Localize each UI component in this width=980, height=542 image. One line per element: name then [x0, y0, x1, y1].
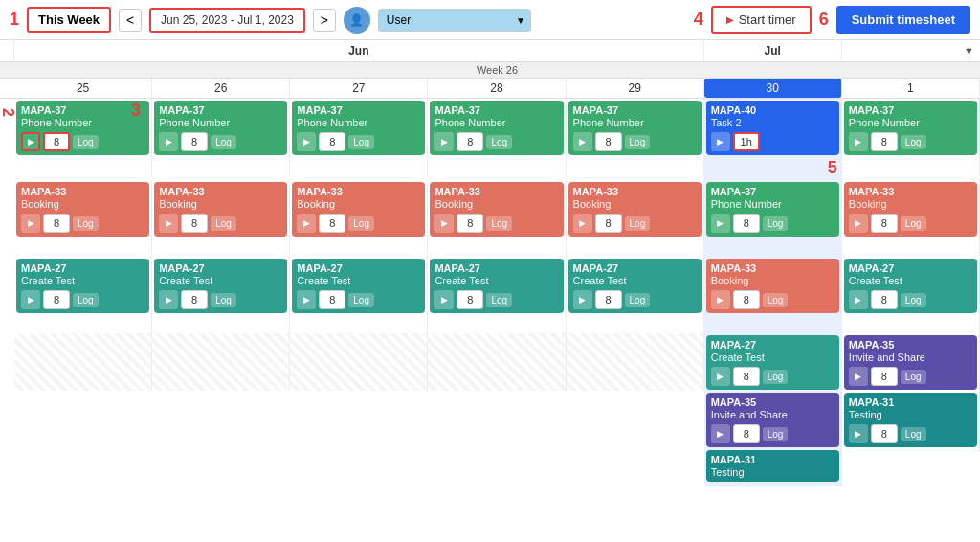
hours-input[interactable]: [733, 367, 760, 386]
play-button[interactable]: ▶: [849, 214, 868, 233]
log-button[interactable]: Log: [901, 216, 926, 231]
log-button[interactable]: Log: [625, 135, 651, 149]
task-controls: ▶ Log: [159, 132, 282, 151]
avatar: 👤: [344, 7, 370, 34]
log-button[interactable]: Log: [901, 293, 926, 307]
play-button[interactable]: ▶: [849, 367, 868, 386]
log-button[interactable]: Log: [625, 216, 651, 231]
hours-input[interactable]: [181, 214, 208, 233]
log-button[interactable]: Log: [211, 135, 236, 149]
hours-input[interactable]: [181, 132, 208, 151]
play-button[interactable]: ▶: [711, 290, 730, 309]
log-button[interactable]: Log: [73, 293, 99, 307]
play-button[interactable]: ▶: [434, 214, 454, 233]
hours-input[interactable]: [43, 214, 70, 233]
log-button[interactable]: Log: [625, 293, 651, 307]
hours-input[interactable]: [457, 214, 483, 233]
log-button[interactable]: Log: [486, 135, 512, 149]
day-col-29-r2: MAPA-33 Booking ▶ Log: [567, 180, 704, 257]
hours-input[interactable]: [871, 214, 898, 233]
hours-input[interactable]: [319, 132, 345, 151]
task-card-mapa33-25: MAPA-33 Booking ▶ Log: [16, 182, 149, 237]
play-button[interactable]: ▶: [159, 290, 178, 309]
prev-week-button[interactable]: <: [119, 9, 142, 32]
play-button[interactable]: ▶: [159, 214, 178, 233]
play-button[interactable]: ▶: [711, 214, 730, 233]
play-button[interactable]: ▶: [434, 132, 454, 151]
log-button[interactable]: Log: [901, 135, 926, 149]
hours-input[interactable]: [595, 214, 622, 233]
hours-input[interactable]: [43, 132, 70, 151]
this-week-button[interactable]: This Week: [27, 7, 111, 33]
play-button[interactable]: ▶: [573, 214, 592, 233]
hours-input[interactable]: [871, 290, 898, 309]
cal-grid: 2 MAPA-37 Phone Number ▶ Log 3 MAPA-37 P…: [0, 99, 980, 486]
task-controls: ▶ 1h: [711, 132, 835, 151]
log-button[interactable]: Log: [348, 293, 374, 307]
hours-input[interactable]: [319, 214, 345, 233]
task-id: MAPA-33: [711, 262, 835, 274]
hours-input[interactable]: [319, 290, 345, 309]
hours-input[interactable]: [457, 290, 483, 309]
log-button[interactable]: Log: [211, 293, 236, 307]
task-controls: ▶ Log: [849, 290, 972, 309]
play-button[interactable]: ▶: [711, 132, 730, 151]
task-card-mapa33-30: MAPA-33 Booking ▶ Log: [706, 259, 839, 313]
play-button[interactable]: ▶: [297, 132, 316, 151]
hours-input[interactable]: [457, 132, 483, 151]
task-id: MAPA-37: [297, 104, 420, 116]
hours-input[interactable]: [871, 424, 898, 443]
play-button[interactable]: ▶: [159, 132, 178, 151]
log-button[interactable]: Log: [348, 216, 374, 231]
log-button[interactable]: Log: [763, 427, 789, 441]
log-button[interactable]: Log: [73, 216, 99, 231]
log-button[interactable]: Log: [73, 135, 99, 149]
play-button[interactable]: ▶: [297, 214, 316, 233]
day-col-25-r2: MAPA-33 Booking ▶ Log: [14, 180, 152, 257]
play-button[interactable]: ▶: [849, 132, 868, 151]
hours-input[interactable]: [595, 290, 622, 309]
hours-input[interactable]: [871, 132, 898, 151]
play-button[interactable]: ▶: [711, 367, 730, 386]
log-button[interactable]: Log: [763, 370, 789, 384]
task-card-mapa33-1: MAPA-33 Booking ▶ Log: [844, 182, 977, 237]
hours-input[interactable]: [871, 367, 898, 386]
task-name: Phone Number: [21, 117, 145, 128]
top-bar: 1 This Week < Jun 25, 2023 - Jul 1, 2023…: [0, 0, 980, 40]
hours-input[interactable]: [595, 132, 622, 151]
month-row: Jun Jul ▼: [0, 40, 980, 62]
log-button[interactable]: Log: [901, 427, 926, 441]
task-card-mapa27-26: MAPA-27 Create Test ▶ Log: [154, 259, 287, 313]
task-name: Testing: [849, 409, 972, 420]
log-button[interactable]: Log: [211, 216, 236, 231]
log-button[interactable]: Log: [348, 135, 374, 149]
hours-input[interactable]: [181, 290, 208, 309]
month-dropdown[interactable]: ▼: [842, 40, 980, 61]
play-button[interactable]: ▶: [573, 290, 592, 309]
task-controls: ▶ Log: [573, 214, 697, 233]
play-button[interactable]: ▶: [21, 132, 40, 151]
play-button[interactable]: ▶: [297, 290, 316, 309]
log-button[interactable]: Log: [486, 216, 512, 231]
next-week-button[interactable]: >: [313, 9, 336, 32]
hours-input[interactable]: [733, 214, 760, 233]
task-id: MAPA-27: [159, 262, 282, 274]
play-button[interactable]: ▶: [849, 290, 868, 309]
log-button[interactable]: Log: [763, 293, 789, 307]
play-button[interactable]: ▶: [434, 290, 454, 309]
log-button[interactable]: Log: [901, 370, 926, 384]
play-button[interactable]: ▶: [711, 424, 730, 443]
hours-input[interactable]: [733, 424, 760, 443]
submit-timesheet-button[interactable]: Submit timesheet: [836, 6, 970, 34]
user-select[interactable]: User: [378, 9, 531, 32]
play-button[interactable]: ▶: [849, 424, 868, 443]
log-button[interactable]: Log: [763, 216, 789, 231]
task-name: Create Test: [21, 275, 145, 286]
log-button[interactable]: Log: [486, 293, 512, 307]
play-button[interactable]: ▶: [21, 290, 40, 309]
play-button[interactable]: ▶: [21, 214, 40, 233]
play-button[interactable]: ▶: [573, 132, 592, 151]
start-timer-button[interactable]: ▶ Start timer: [711, 6, 812, 34]
hours-input[interactable]: [43, 290, 70, 309]
hours-input[interactable]: [733, 290, 760, 309]
